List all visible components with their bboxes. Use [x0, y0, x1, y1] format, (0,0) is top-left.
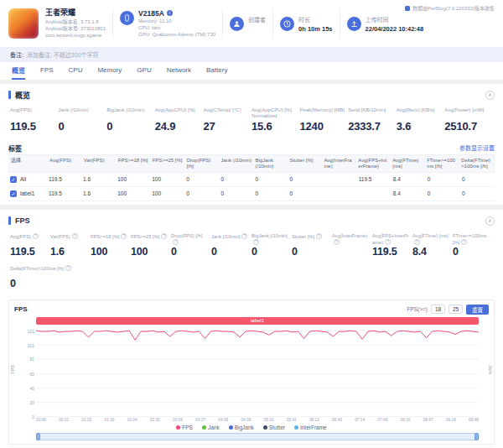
- fps-threshold-input-2[interactable]: [449, 305, 463, 314]
- table-cell: 0: [184, 175, 219, 185]
- collapse-overview-icon[interactable]: ∧: [485, 91, 495, 100]
- stat-avg-fps-interframe: Avg(FPS+InterFrame)?119.5: [372, 233, 412, 258]
- legend-bigjank[interactable]: BigJank: [229, 425, 254, 430]
- duration-label: 时长: [298, 15, 332, 23]
- table-cell: 119.5: [47, 175, 81, 185]
- param-settings-link[interactable]: 参数显示设置: [459, 143, 495, 152]
- fps-title: FPS: [15, 216, 30, 225]
- table-row-all: ✓All119.51.61001000000119.58.400: [8, 173, 495, 187]
- column-header-ftime-100ms-h: FTime>=100ms [/h]: [425, 155, 459, 172]
- info-icon[interactable]: ?: [173, 239, 179, 245]
- legend-dot-icon: [263, 425, 267, 430]
- chart-title: FPS: [14, 305, 28, 313]
- table-cell: 0: [460, 175, 495, 185]
- column-header-avg-fps-interframe: Avg(FPS+InterFrame): [356, 155, 391, 172]
- legend-interframe[interactable]: InterFrame: [294, 425, 327, 430]
- phone-icon: [120, 11, 134, 25]
- stat-label: Avg(FPS+InterFrame)?: [372, 233, 410, 245]
- app-version-code: Android版本号: 373010801: [45, 25, 106, 32]
- label-banner[interactable]: label1: [36, 317, 479, 325]
- stat-label: Jank (/10min): [59, 107, 105, 119]
- stat-peak-memory-mb: Peak(Memory) [MB]1240: [300, 107, 349, 133]
- stat-label: Avg(CTemp) [°C]: [203, 107, 249, 119]
- column-header-var-fps: Var(FPS): [82, 155, 117, 172]
- x-tick: 00:00: [36, 418, 46, 422]
- info-icon[interactable]: ?: [461, 239, 467, 245]
- column-header-bigjank-10min: BigJank (/10min): [254, 155, 288, 172]
- stat-label: FTime>=100ms [/h]?: [453, 233, 490, 245]
- fps-line-chart[interactable]: 121101816040200: [36, 327, 479, 417]
- stat-value: 100: [131, 246, 169, 258]
- stat-label: Avg(AppCPU) [%] Normalized: [252, 107, 298, 119]
- range-handle-right-icon[interactable]: [474, 433, 479, 440]
- range-handle-left-icon[interactable]: [36, 433, 40, 440]
- info-icon[interactable]: ?: [33, 233, 39, 239]
- column-header-item-0: 选择: [9, 155, 48, 172]
- row-checkbox[interactable]: ✓: [10, 190, 17, 197]
- row-checkbox[interactable]: ✓: [10, 176, 17, 183]
- tab-memory[interactable]: Memory: [97, 62, 122, 80]
- row-name-cell: ✓All: [8, 175, 47, 185]
- table-cell: 0: [184, 189, 219, 199]
- table-cell: 0: [253, 175, 288, 185]
- accent-bar: [8, 91, 11, 99]
- x-tick: 08:47: [423, 418, 433, 422]
- fps-section: FPS ∧ Avg(FPS)?119.5Var(FPS)?1.6FPS>=18 …: [0, 210, 503, 448]
- stat-label: Jank [/10min]?: [211, 233, 249, 245]
- legend-stutter[interactable]: Stutter: [263, 425, 285, 430]
- tab-battery[interactable]: Battery: [206, 62, 227, 80]
- info-icon[interactable]: ?: [385, 239, 391, 245]
- table-cell: [323, 178, 357, 181]
- stat-value: 0: [171, 246, 209, 258]
- table-row-label1: ✓label1119.51.610010000008.400: [8, 187, 495, 201]
- chart-range-slider[interactable]: [36, 433, 479, 440]
- tab-fps[interactable]: FPS: [40, 62, 54, 80]
- table-cell: 119.5: [357, 175, 392, 185]
- duration-value: 0h 10m 15s: [298, 25, 332, 33]
- app-package: com.tencent.tmgp.sgame: [45, 32, 106, 39]
- tab-cpu[interactable]: CPU: [69, 62, 83, 80]
- info-icon[interactable]: ?: [334, 239, 340, 245]
- info-icon[interactable]: ?: [241, 233, 247, 239]
- device-gpu: GPU: Qualcomm Adreno (TM) 730: [138, 31, 215, 38]
- app-name: 王者荣耀: [45, 8, 106, 18]
- info-icon[interactable]: ?: [65, 265, 71, 271]
- fps-chart-panel: FPS FPS(>=) 重置 label1 FPS Jank 121101816…: [8, 300, 495, 445]
- app-version-name: Android版本名: 3.73.1.8: [45, 18, 106, 25]
- chart-toolbar: FPS FPS(>=) 重置: [14, 303, 489, 315]
- device-info-badge-icon[interactable]: i: [167, 10, 173, 16]
- info-icon[interactable]: ?: [121, 233, 127, 239]
- info-icon[interactable]: ?: [72, 233, 78, 239]
- x-tick: 02:35: [150, 418, 160, 422]
- x-tick: 01:02: [81, 418, 91, 422]
- stat-var-fps: Var(FPS)?1.6: [50, 233, 91, 258]
- legend-jank[interactable]: Jank: [202, 425, 220, 430]
- info-icon[interactable]: ?: [316, 233, 322, 239]
- info-icon[interactable]: ?: [161, 233, 167, 239]
- stat-label: Stutter [%]?: [292, 233, 329, 245]
- y-axis-title-right: Jank: [488, 365, 493, 375]
- stat-avg-recv-kb-s: Avg(Recv) [KB/s]3.6: [397, 107, 445, 133]
- row-label: All: [20, 176, 26, 183]
- stat-value: 24.9: [155, 120, 201, 133]
- tab-item-0[interactable]: 概览: [12, 62, 25, 80]
- column-header-fps-18: FPS>=18 [%]: [117, 155, 151, 172]
- info-icon[interactable]: ?: [414, 239, 420, 245]
- stat-label: Avg(FPS)?: [10, 233, 48, 245]
- creator-group: 创建者: [230, 15, 266, 32]
- stat-value: 0: [252, 246, 289, 258]
- tab-network[interactable]: Network: [167, 62, 191, 80]
- chart-legend: FPSJankBigJankStutterInterFrame: [14, 425, 489, 430]
- x-tick: 04:39: [241, 418, 251, 422]
- fps-threshold-input-1[interactable]: [431, 305, 445, 314]
- info-icon[interactable]: ?: [253, 239, 259, 245]
- note-bar[interactable]: 备注: 添加备注, 不超过200个字符: [0, 47, 503, 62]
- collapse-fps-icon[interactable]: ∧: [485, 216, 495, 226]
- clock-icon: [280, 17, 294, 31]
- reset-button[interactable]: 重置: [466, 305, 489, 315]
- legend-fps[interactable]: FPS: [176, 425, 193, 430]
- table-cell: 8.4: [392, 175, 426, 185]
- tab-gpu[interactable]: GPU: [137, 62, 151, 80]
- fps-threshold-label: FPS(>=): [407, 306, 428, 312]
- stat-avg-interframe: Avg(InterFrame)?: [332, 233, 372, 258]
